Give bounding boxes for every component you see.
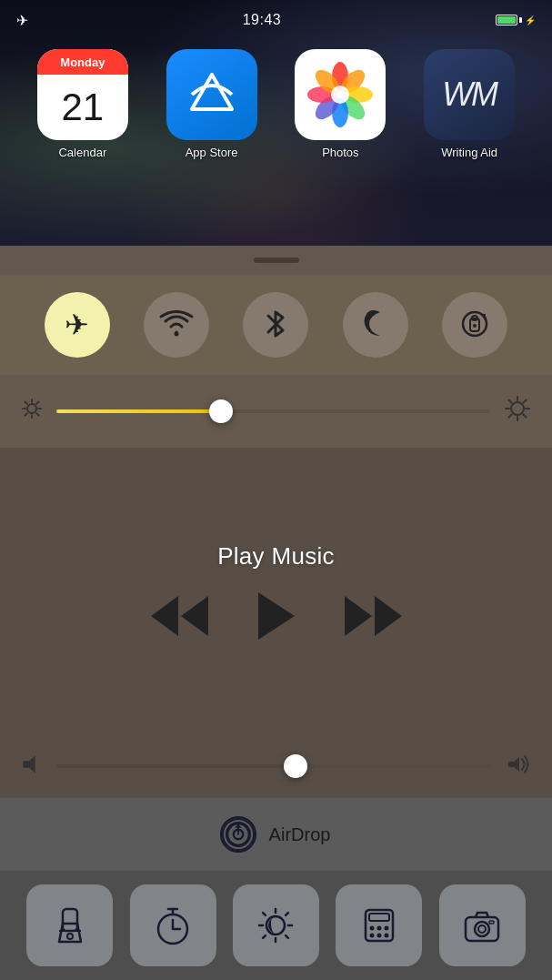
writingaid-app-label: Writing Aid bbox=[441, 146, 497, 159]
svg-point-64 bbox=[376, 934, 381, 938]
calendar-header: Monday bbox=[37, 49, 128, 75]
rewind-icon bbox=[151, 596, 208, 636]
brightness-row bbox=[0, 375, 552, 448]
rotation-lock-button[interactable] bbox=[442, 292, 507, 358]
svg-point-67 bbox=[475, 922, 489, 936]
app-item-appstore[interactable]: App Store bbox=[147, 42, 276, 167]
volume-thumb[interactable] bbox=[284, 754, 307, 778]
home-screen: ✈ 19:43 ⚡ Monday 21 Calendar bbox=[0, 0, 552, 246]
calculator-button[interactable] bbox=[336, 884, 422, 966]
calculator-icon bbox=[359, 905, 399, 945]
airplane-mode-icon: ✈ bbox=[16, 12, 28, 29]
svg-marker-38 bbox=[508, 757, 519, 772]
writingaid-app-icon[interactable]: WM bbox=[424, 49, 515, 140]
svg-rect-43 bbox=[63, 909, 77, 931]
volume-row bbox=[0, 734, 552, 798]
flashlight-button[interactable] bbox=[26, 884, 113, 966]
svg-line-57 bbox=[264, 935, 266, 938]
svg-point-28 bbox=[511, 402, 524, 415]
app-item-photos[interactable]: Photos bbox=[276, 42, 406, 167]
pull-tab[interactable] bbox=[0, 246, 552, 275]
appstore-app-label: App Store bbox=[186, 146, 238, 159]
app-item-calendar[interactable]: Monday 21 Calendar bbox=[18, 42, 147, 167]
timer-button[interactable] bbox=[130, 884, 216, 966]
calendar-app-label: Calendar bbox=[58, 146, 106, 159]
svg-point-45 bbox=[67, 934, 73, 939]
play-button[interactable] bbox=[258, 592, 295, 640]
svg-point-14 bbox=[175, 331, 179, 336]
writingaid-symbol: WM bbox=[442, 76, 497, 114]
timer-icon bbox=[153, 905, 193, 945]
svg-point-18 bbox=[473, 324, 477, 328]
volume-slider[interactable] bbox=[56, 764, 492, 768]
night-shift-button[interactable] bbox=[233, 884, 319, 966]
music-controls bbox=[151, 592, 402, 640]
rotation-lock-icon bbox=[458, 308, 491, 343]
svg-marker-37 bbox=[24, 757, 35, 772]
app-grid: Monday 21 Calendar App Store bbox=[0, 33, 552, 246]
photos-app-label: Photos bbox=[322, 146, 358, 159]
svg-point-61 bbox=[376, 926, 381, 931]
svg-line-27 bbox=[36, 402, 38, 404]
svg-point-19 bbox=[27, 404, 36, 413]
bluetooth-icon bbox=[264, 307, 287, 344]
appstore-app-icon[interactable] bbox=[166, 49, 257, 140]
camera-button[interactable] bbox=[439, 884, 526, 966]
pull-chevron bbox=[254, 258, 299, 263]
charging-bolt: ⚡ bbox=[525, 15, 536, 25]
fast-forward-icon bbox=[345, 596, 402, 636]
wifi-icon bbox=[159, 310, 194, 340]
wifi-button[interactable] bbox=[144, 292, 209, 358]
night-shift-icon bbox=[256, 905, 296, 945]
brightness-high-icon bbox=[505, 396, 530, 427]
svg-point-41 bbox=[222, 819, 253, 850]
calendar-date: 21 bbox=[62, 75, 105, 140]
brightness-thumb[interactable] bbox=[209, 399, 233, 423]
svg-point-65 bbox=[384, 934, 388, 938]
svg-rect-69 bbox=[489, 921, 494, 924]
quick-controls: ✈ bbox=[0, 275, 552, 375]
airplane-icon: ✈ bbox=[65, 308, 89, 342]
svg-point-40 bbox=[227, 823, 248, 844]
bottom-tools bbox=[0, 871, 552, 980]
volume-high-icon bbox=[507, 754, 530, 779]
do-not-disturb-button[interactable] bbox=[343, 292, 408, 358]
airdrop-row[interactable]: AirDrop bbox=[0, 798, 552, 871]
status-bar: ✈ 19:43 ⚡ bbox=[0, 0, 552, 33]
calendar-app-icon[interactable]: Monday 21 bbox=[37, 49, 128, 140]
fast-forward-button[interactable] bbox=[345, 596, 402, 636]
control-center: ✈ bbox=[0, 246, 552, 980]
app-item-writingaid[interactable]: WM Writing Aid bbox=[405, 42, 534, 167]
svg-line-35 bbox=[509, 415, 512, 418]
photos-app-icon[interactable] bbox=[295, 49, 386, 140]
svg-line-25 bbox=[36, 413, 38, 415]
bluetooth-button[interactable] bbox=[243, 292, 308, 358]
svg-line-34 bbox=[524, 415, 527, 418]
svg-point-60 bbox=[369, 926, 374, 931]
svg-line-56 bbox=[286, 913, 289, 915]
brightness-slider[interactable] bbox=[56, 409, 490, 413]
svg-point-62 bbox=[384, 926, 388, 931]
battery-icon: ⚡ bbox=[496, 15, 536, 25]
airdrop-label: AirDrop bbox=[269, 824, 331, 845]
airplane-mode-button[interactable]: ✈ bbox=[45, 292, 110, 358]
moon-icon bbox=[362, 308, 389, 342]
svg-line-24 bbox=[25, 402, 27, 404]
svg-point-8 bbox=[331, 86, 349, 104]
flashlight-icon bbox=[50, 905, 90, 945]
svg-line-36 bbox=[524, 400, 527, 403]
music-player: Play Music bbox=[0, 448, 552, 734]
airdrop-icon bbox=[222, 818, 255, 851]
volume-low-icon bbox=[22, 754, 42, 779]
rewind-button[interactable] bbox=[151, 596, 208, 636]
brightness-low-icon bbox=[22, 399, 42, 424]
camera-icon bbox=[462, 905, 502, 945]
appstore-symbol bbox=[185, 67, 239, 122]
svg-rect-59 bbox=[369, 914, 389, 921]
music-title: Play Music bbox=[217, 542, 335, 571]
svg-line-26 bbox=[25, 413, 27, 415]
status-time: 19:43 bbox=[243, 12, 282, 28]
svg-point-63 bbox=[369, 934, 374, 938]
svg-line-54 bbox=[264, 913, 266, 915]
play-icon bbox=[258, 592, 295, 640]
